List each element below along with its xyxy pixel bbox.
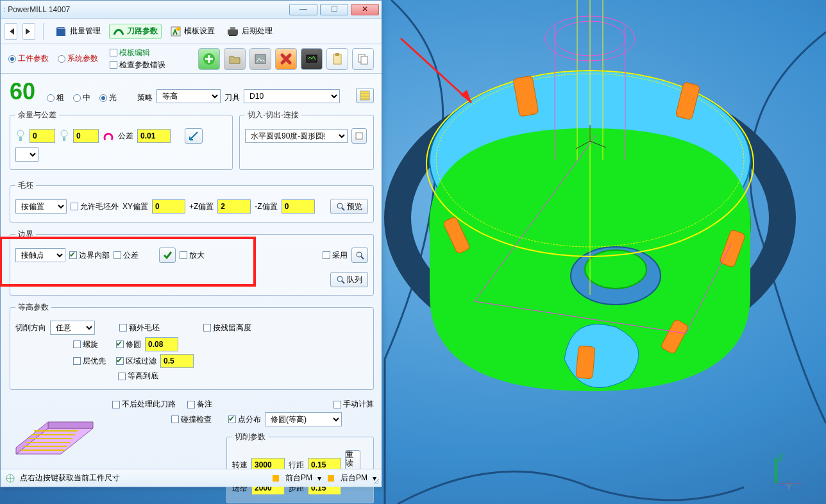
- layer-first-checkbox[interactable]: 层优先: [73, 356, 106, 367]
- svg-point-46: [17, 130, 24, 137]
- svg-point-51: [337, 203, 342, 208]
- stock-mode-select[interactable]: 按偏置量: [15, 199, 67, 214]
- to-bottom-checkbox[interactable]: 等高到底: [118, 371, 158, 382]
- collision-checkbox[interactable]: 碰撞检查: [171, 414, 212, 425]
- magnifier-icon: [336, 202, 345, 211]
- svg-rect-42: [335, 53, 339, 56]
- queue-button[interactable]: 队列: [330, 272, 368, 287]
- template-icon: [170, 26, 181, 37]
- svg-rect-62: [328, 475, 334, 482]
- batch-manage-button[interactable]: 批量管理: [51, 24, 104, 39]
- svg-point-55: [337, 276, 342, 281]
- boundary-legend: 边界: [15, 229, 36, 240]
- axis-select[interactable]: [15, 147, 38, 162]
- front-pm-button[interactable]: 前台PM: [285, 473, 312, 483]
- nav-next-button[interactable]: [22, 23, 35, 40]
- post-process-button[interactable]: 后期处理: [223, 24, 276, 38]
- nav-first-button[interactable]: [4, 23, 17, 40]
- sequence-number: 60: [10, 80, 35, 103]
- strategy-select[interactable]: 等高: [156, 89, 221, 103]
- boundary-mode-select[interactable]: 接触点: [15, 248, 65, 262]
- note-checkbox[interactable]: 备注: [187, 399, 212, 410]
- tool-label: 刀具: [224, 92, 240, 103]
- zplus-input[interactable]: [217, 199, 251, 214]
- copy-button[interactable]: [352, 48, 374, 70]
- clipboard-button[interactable]: [326, 48, 348, 70]
- maximize-button[interactable]: ☐: [320, 4, 348, 15]
- boundary-tol-checkbox[interactable]: 公差: [114, 250, 139, 261]
- region-filter-input[interactable]: [160, 354, 194, 368]
- add-button[interactable]: [198, 48, 220, 70]
- cutparams-legend: 切削参数: [232, 432, 268, 442]
- spiral-checkbox[interactable]: 螺旋: [73, 339, 98, 350]
- boundary-zoom-button[interactable]: [351, 248, 368, 263]
- svg-rect-36: [230, 27, 235, 29]
- boundary-confirm-button[interactable]: [159, 248, 176, 263]
- fine-radio[interactable]: 光: [99, 92, 117, 103]
- svg-line-56: [342, 281, 344, 283]
- workpiece-params-radio[interactable]: 工件参数: [8, 53, 49, 64]
- svg-point-48: [61, 130, 67, 137]
- extra-stock-checkbox[interactable]: 额外毛坯: [119, 323, 160, 333]
- titlebar[interactable]: : PowerMILL 14007 — ☐ ✕: [1, 1, 382, 19]
- toolpath-label: 刀路参数: [127, 26, 158, 37]
- axis-button[interactable]: [185, 128, 203, 144]
- strategy-preview: [10, 396, 99, 469]
- by-remain-checkbox[interactable]: 按残留高度: [203, 323, 251, 333]
- allow-outside-checkbox[interactable]: 允许毛坯外: [71, 201, 119, 212]
- xy-label: XY偏置: [122, 201, 148, 212]
- preview-button[interactable]: 预览: [330, 199, 368, 214]
- rough-radio[interactable]: 粗: [47, 92, 64, 103]
- tool-info-button[interactable]: [356, 88, 374, 103]
- svg-point-34: [176, 27, 180, 31]
- pm-icon: [271, 474, 280, 483]
- zminus-input[interactable]: [282, 199, 315, 214]
- stock-legend: 毛坯: [15, 180, 36, 191]
- resize-grip-icon[interactable]: [373, 478, 380, 485]
- check-params-checkbox[interactable]: 检查参数错误: [110, 60, 165, 71]
- svg-rect-47: [19, 137, 22, 141]
- boundary-inside-checkbox[interactable]: 边界内部: [69, 250, 110, 261]
- xy-offset-input[interactable]: [152, 199, 185, 214]
- image-button[interactable]: [249, 48, 271, 70]
- template-settings-button[interactable]: 模板设置: [167, 24, 218, 38]
- tolerance-input[interactable]: [137, 129, 171, 143]
- leads-edit-button[interactable]: [351, 128, 367, 144]
- delete-x-button[interactable]: [275, 48, 297, 70]
- fillet-input[interactable]: [145, 337, 178, 351]
- boundary-enlarge-checkbox[interactable]: 放大: [180, 250, 205, 261]
- path-icon: [113, 26, 124, 37]
- mid-radio[interactable]: 中: [73, 92, 90, 103]
- system-params-radio[interactable]: 系统参数: [58, 53, 98, 64]
- close-button[interactable]: ✕: [351, 4, 379, 15]
- minimize-button[interactable]: —: [289, 4, 317, 15]
- manual-calc-checkbox[interactable]: 手动计算: [333, 399, 374, 410]
- svg-rect-35: [228, 29, 238, 35]
- bulb-icon: [15, 129, 26, 143]
- boundary-apply-checkbox[interactable]: 采用: [323, 250, 348, 261]
- svg-rect-41: [333, 55, 341, 64]
- region-filter-checkbox[interactable]: 区域过滤: [116, 356, 156, 367]
- folder-button[interactable]: [224, 48, 246, 70]
- cutdir-label: 切削方向: [15, 323, 46, 333]
- template-edit-checkbox[interactable]: 模板编辑: [110, 47, 165, 58]
- cutdir-select[interactable]: 任意: [50, 321, 95, 335]
- allowance2-input[interactable]: [73, 129, 99, 143]
- leads-select[interactable]: 水平圆弧90度-圆形圆弧: [245, 129, 348, 143]
- zminus-label: -Z偏置: [255, 201, 277, 212]
- pointdist-select[interactable]: 修圆(等高): [265, 412, 342, 426]
- monitor-button[interactable]: [301, 48, 323, 70]
- svg-rect-37: [229, 35, 237, 36]
- toolpath-params-button[interactable]: 刀路参数: [109, 24, 162, 39]
- fillet-checkbox[interactable]: 修圆: [116, 339, 141, 350]
- back-pm-button[interactable]: 后台PM: [341, 473, 367, 483]
- axis-gizmo: Z Y: [768, 453, 807, 491]
- no-post-checkbox[interactable]: 不后处理此刀路: [112, 399, 176, 410]
- svg-marker-58: [48, 422, 93, 428]
- tolerance-legend: 余量与公差: [15, 110, 59, 121]
- tool-select[interactable]: D10: [244, 89, 340, 103]
- pointdist-checkbox[interactable]: 点分布: [228, 414, 261, 425]
- parameters-panel: : PowerMILL 14007 — ☐ ✕ 批量管理 刀路参数 模板设置 后…: [0, 0, 382, 487]
- svg-line-52: [342, 208, 344, 210]
- allowance1-input[interactable]: [30, 129, 55, 143]
